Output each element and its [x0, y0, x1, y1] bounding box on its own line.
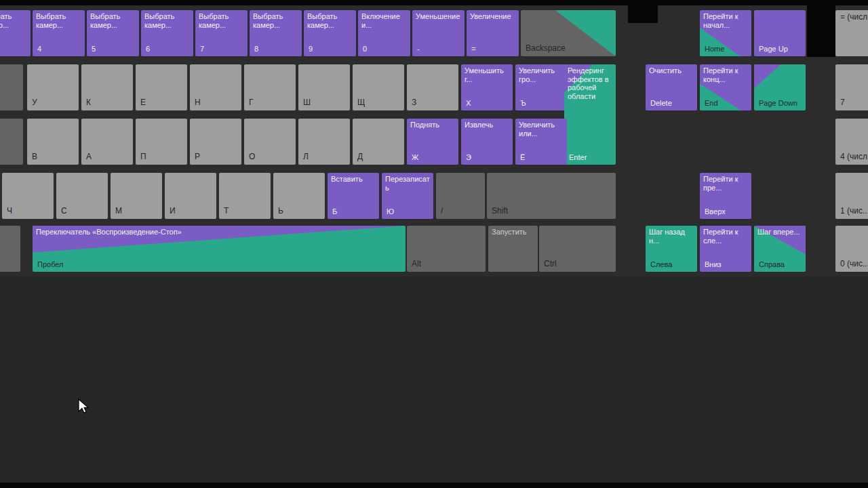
keyboard-key[interactable]: Увеличить гро...Ъ [515, 64, 567, 110]
keyboard-key[interactable]: 7 [835, 64, 868, 110]
keyboard-key[interactable]: Уменьшение- [412, 10, 465, 56]
keyboard-key[interactable]: Page Up [754, 10, 806, 56]
keyboard-key[interactable]: ВставитьБ [328, 173, 379, 219]
keyboard-key[interactable]: ПоднятьЖ [407, 119, 458, 165]
key-name-label: Ctrl [544, 260, 613, 268]
keyboard-key[interactable]: М [111, 173, 162, 219]
keyboard-key[interactable]: Выбрать камер...9 [304, 10, 356, 56]
keyboard-key[interactable]: Ь [273, 173, 325, 219]
key-command-label: Поднять [407, 119, 458, 131]
keyboard-key[interactable]: Р [190, 119, 241, 165]
key-name-label: Слева [650, 260, 694, 268]
key-name-label: О [249, 152, 293, 161]
key-name-label: М [115, 207, 159, 216]
keyboard-key[interactable] [0, 119, 23, 165]
bottom-black-bar [0, 483, 868, 488]
keyboard-key[interactable]: 4 (числ... [835, 119, 868, 165]
key-command-label: Включение и... [358, 10, 410, 31]
keyboard-key[interactable]: Запустить [488, 226, 538, 272]
keyboard-key[interactable]: К [81, 64, 133, 110]
keyboard-key[interactable]: Шаг впере...Справа [754, 226, 806, 272]
keyboard-key[interactable]: Шаг назад н...Слева [646, 226, 697, 272]
keyboard-key[interactable]: Перейти к пре...Вверх [700, 173, 751, 219]
keyboard-key[interactable]: Перейти к начал...Home [700, 10, 751, 56]
key-name-label: Ч [7, 207, 51, 216]
keyboard-key[interactable]: / [436, 173, 485, 219]
keyboard-key[interactable]: 1 (чис... [835, 173, 868, 219]
keyboard-key[interactable]: Выбрать камер...7 [195, 10, 248, 56]
keyboard-key[interactable]: З [407, 64, 458, 110]
key-command-label: Выбрать камер... [0, 10, 31, 31]
key-name-label: 4 (числ... [840, 152, 868, 161]
keyboard-key[interactable]: Т [219, 173, 271, 219]
keyboard-key[interactable]: Выбрать камер...8 [250, 10, 302, 56]
keyboard-key[interactable]: Н [190, 64, 241, 110]
key-name-label: Б [332, 207, 376, 216]
key-name-label: У [32, 98, 76, 107]
keyboard-key[interactable]: Включение и...0 [358, 10, 410, 56]
key-name-label: Вверх [705, 207, 749, 216]
key-name-label: - [417, 45, 462, 53]
keyboard-key[interactable]: = (числ... [835, 10, 868, 56]
keyboard-key[interactable]: Перейти к конц...End [700, 64, 751, 110]
key-command-label: Перейти к конц... [700, 64, 751, 85]
key-name-label: 5 [92, 45, 136, 53]
keyboard-key[interactable]: ОчиститьDelete [646, 64, 697, 110]
keyboard-key[interactable]: А [81, 119, 133, 165]
keyboard-key[interactable]: Ч [2, 173, 54, 219]
keyboard-key[interactable]: Перейти к сле...Вниз [700, 226, 751, 272]
key-name-label: Enter [569, 153, 613, 161]
key-command-label: Выбрать камер... [141, 10, 193, 31]
keyboard-key[interactable] [0, 226, 20, 272]
keyboard-key[interactable]: У [27, 64, 79, 110]
key-name-label: Н [195, 98, 239, 107]
keyboard-key[interactable]: Щ [353, 64, 404, 110]
keyboard-key[interactable]: Уменьшить г...Х [461, 64, 513, 110]
keyboard-key[interactable]: Выбрать камер...6 [141, 10, 193, 56]
key-name-label: 0 (чис... [840, 260, 868, 268]
key-name-label: Э [466, 153, 510, 161]
key-name-label: Page Down [759, 99, 803, 107]
keyboard-key[interactable]: П [136, 119, 187, 165]
keyboard-key[interactable]: В [27, 119, 79, 165]
keyboard-key[interactable]: Увеличение= [467, 10, 519, 56]
key-name-label: 1 (чис... [840, 207, 868, 216]
keyboard-key[interactable]: И [165, 173, 216, 219]
keyboard-key[interactable]: Увеличить или...Ё [515, 119, 567, 165]
keyboard-key[interactable]: Выбрать камер...5 [87, 10, 139, 56]
key-name-label: Д [357, 152, 401, 161]
keyboard-key[interactable]: Ctrl [539, 226, 616, 272]
key-command-label: Шаг назад н... [646, 226, 697, 247]
keyboard-key[interactable]: Выбрать камер...3 [0, 10, 31, 56]
keyboard-key[interactable] [0, 64, 23, 110]
keyboard-key[interactable]: 0 (чис... [835, 226, 868, 272]
keyboard-key[interactable]: Рендеринг эффектов в рабочей областиEnte… [564, 64, 616, 165]
keyboard-key[interactable]: О [244, 119, 296, 165]
key-name-label: Ш [303, 98, 347, 107]
keyboard-key[interactable]: С [56, 173, 108, 219]
keyboard-key[interactable]: Alt [407, 226, 486, 272]
keyboard-key[interactable]: Л [298, 119, 350, 165]
key-command-label: Запустить [488, 226, 538, 239]
key-name-label: 7 [840, 98, 868, 107]
keyboard-key[interactable]: Page Down [754, 64, 806, 110]
key-name-label: 8 [254, 45, 299, 53]
keyboard-key[interactable]: Переключатель «Воспроизведение-Стоп»Проб… [33, 226, 406, 272]
keyboard-shortcuts-dialog: Выбрать камер...3Выбрать камер...4Выбрат… [0, 0, 868, 488]
key-name-label: Home [705, 45, 749, 53]
keyboard-key[interactable]: Д [353, 119, 404, 165]
key-name-label: Л [303, 152, 347, 161]
keyboard-key[interactable]: ПерезаписатьЮ [382, 173, 433, 219]
keyboard-key[interactable]: Выбрать камер...4 [33, 10, 85, 56]
key-name-label: 3 [0, 45, 28, 53]
keyboard-key[interactable]: Backspace [521, 10, 616, 56]
keyboard-key[interactable]: Ш [298, 64, 350, 110]
key-command-label: Шаг впере... [754, 226, 806, 239]
keyboard-key[interactable]: Г [244, 64, 296, 110]
keyboard-key[interactable]: Е [136, 64, 187, 110]
keyboard-key[interactable]: ИзвлечьЭ [461, 119, 513, 165]
key-name-label: С [61, 207, 105, 216]
keyboard-key[interactable]: Shift [487, 173, 616, 219]
key-command-label: Уменьшить г... [461, 64, 513, 85]
key-command-label: Выбрать камер... [304, 10, 356, 31]
